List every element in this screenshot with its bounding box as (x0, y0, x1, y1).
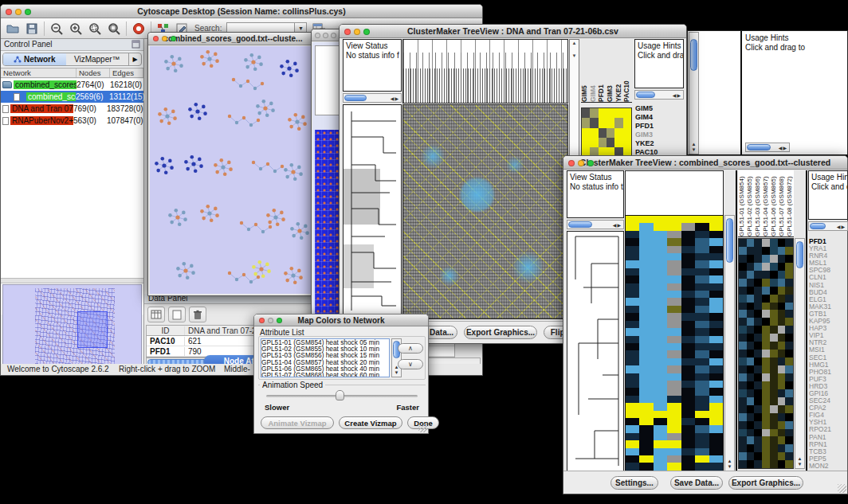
zoom-button[interactable] (587, 160, 594, 166)
network-cluster[interactable] (168, 209, 187, 226)
network-cluster[interactable] (176, 262, 195, 279)
main-heatmap[interactable] (402, 104, 568, 319)
zoom-out-icon[interactable] (49, 21, 64, 36)
scrollbar-arrows-icon[interactable]: ▲▼ (689, 142, 698, 153)
close-button[interactable] (344, 29, 351, 35)
zoom-in-icon[interactable] (69, 21, 83, 36)
network-cluster[interactable] (184, 155, 203, 173)
close-button[interactable] (259, 318, 265, 323)
scrollbar-thumb[interactable] (810, 223, 826, 229)
export-graphics-button[interactable]: Export Graphics... (464, 326, 537, 339)
minimize-button[interactable] (15, 9, 22, 15)
attribute-list[interactable]: GPL51-01 (GSM854) heat shock 05 minGPL51… (261, 338, 390, 377)
resize-grip[interactable] (418, 424, 427, 432)
zoom-button[interactable] (25, 9, 31, 15)
move-down-button[interactable]: ∨ (398, 359, 423, 369)
scrollbar-thumb[interactable] (747, 144, 771, 150)
save-data-button[interactable]: Save Data... (670, 476, 723, 490)
scrollbar-thumb[interactable] (344, 95, 367, 101)
scrollbar-thumb[interactable] (690, 39, 697, 71)
animate-vizmap-button[interactable]: Animate Vizmap (261, 416, 334, 429)
select-attributes-icon[interactable] (147, 307, 165, 322)
network-cluster[interactable] (200, 205, 219, 222)
scrollbar-arrows-icon[interactable]: ▲▼ (795, 456, 804, 467)
move-up-button[interactable]: ∧ (398, 343, 423, 354)
network-cluster[interactable] (158, 107, 177, 125)
zoom-button[interactable] (363, 29, 370, 35)
network-cluster[interactable] (252, 260, 271, 278)
close-button[interactable] (6, 9, 12, 15)
column-network[interactable]: Network (1, 68, 77, 77)
network-cluster[interactable] (252, 161, 284, 173)
scrollbar-thumb[interactable] (636, 92, 655, 98)
network-cluster[interactable] (240, 221, 272, 233)
scrollbar-arrows-icon[interactable]: ◀▶ (837, 224, 847, 229)
network-cluster[interactable] (228, 115, 260, 127)
treeview1-titlebar[interactable]: ClusterMaker TreeView : DNA and Tran 07-… (340, 25, 686, 38)
dialog-titlebar[interactable]: Map Colors to Network (254, 315, 428, 326)
tab-overflow-arrow-icon[interactable]: ▶ (128, 53, 141, 65)
scrollbar-thumb[interactable] (726, 218, 733, 263)
network-row[interactable]: DNA and Tran 07 769(0) 183728(0) (1, 103, 143, 115)
export-graphics-button[interactable]: Export Graphics... (728, 476, 803, 490)
background-horizontal-scrollbar[interactable]: ◀▶ (745, 143, 790, 152)
network-cluster[interactable] (284, 267, 303, 284)
close-button[interactable] (153, 36, 159, 41)
birdseye-view[interactable] (2, 284, 142, 368)
column-nodes[interactable]: Nodes (77, 68, 110, 77)
network-cluster[interactable] (200, 50, 219, 68)
close-button[interactable] (315, 33, 320, 38)
new-attribute-icon[interactable] (168, 307, 186, 322)
network-cluster[interactable] (188, 103, 207, 120)
network-cluster[interactable] (284, 163, 303, 181)
network-cluster[interactable] (256, 100, 275, 117)
main-titlebar[interactable]: Cytoscape Desktop (Session Name: collins… (1, 5, 482, 18)
network-cluster[interactable] (214, 158, 233, 176)
network-view-titlebar[interactable]: combined_scores_good.txt--cluste... (148, 33, 318, 45)
minimize-button[interactable] (354, 29, 360, 35)
network-row[interactable]: RNAPuberNov2+ 563(0) 107847(0) (1, 115, 143, 127)
close-button[interactable] (568, 160, 575, 166)
tab-vizmapper[interactable]: VizMapper™ (66, 53, 129, 65)
main-heatmap[interactable] (625, 215, 724, 471)
create-vizmap-button[interactable]: Create Vizmap (339, 416, 402, 429)
network-cluster[interactable] (244, 53, 263, 71)
treeview2-titlebar[interactable]: ClusterMaker TreeView : combined_scores_… (563, 156, 847, 170)
minimize-button[interactable] (268, 318, 273, 323)
row-dendrogram[interactable] (567, 231, 624, 471)
column-id[interactable]: ID (147, 326, 185, 335)
delete-attribute-icon[interactable] (189, 307, 206, 322)
zoom-button[interactable] (331, 33, 336, 38)
network-cluster[interactable] (164, 55, 183, 72)
zoom-fit-icon[interactable] (107, 21, 121, 36)
zoom-vertical-scrollbar[interactable]: ▲▼ (795, 238, 805, 469)
treeview2-horizontal-scrollbar[interactable]: ◀▶ (567, 220, 624, 229)
network-row[interactable]: combined_scores 2764(0) 16218(0) (1, 79, 143, 91)
scrollbar-arrows-icon[interactable]: ◀▶ (613, 222, 623, 228)
row-dendrogram[interactable] (343, 104, 402, 319)
minimize-button[interactable] (323, 33, 328, 38)
zoom-button[interactable] (171, 36, 176, 41)
network-cluster[interactable] (266, 209, 285, 226)
label-horizontal-scrollbar[interactable]: ◀▶ (634, 90, 684, 100)
minimize-button[interactable] (578, 160, 584, 166)
settings-button[interactable]: Settings... (610, 476, 658, 490)
scrollbar-thumb[interactable] (568, 221, 592, 228)
column-dendrogram[interactable] (402, 39, 568, 104)
tab-network[interactable]: Network (3, 53, 66, 65)
zoom-selected-icon[interactable] (88, 21, 102, 36)
minimize-button[interactable] (162, 36, 167, 41)
save-icon[interactable] (25, 21, 39, 36)
background-vertical-scrollbar[interactable]: ▲▼ (689, 32, 699, 154)
help-lifering-icon[interactable] (132, 21, 146, 36)
network-cluster[interactable] (290, 222, 309, 240)
main-heatmap-vertical-scrollbar[interactable]: ▲▼ (724, 215, 735, 471)
treeview1-horizontal-scrollbar[interactable]: ◀▶ (343, 93, 402, 103)
scrollbar-arrows-icon[interactable]: ◀▶ (779, 145, 789, 150)
birdseye-viewport-rect[interactable] (77, 311, 108, 348)
scrollbar-arrows-icon[interactable]: ◀▶ (391, 96, 401, 101)
zoom-heatmap[interactable] (738, 238, 794, 469)
network-cluster[interactable] (280, 60, 299, 77)
panel-splitter[interactable] (1, 278, 143, 283)
column-edges[interactable]: Edges (110, 68, 143, 77)
